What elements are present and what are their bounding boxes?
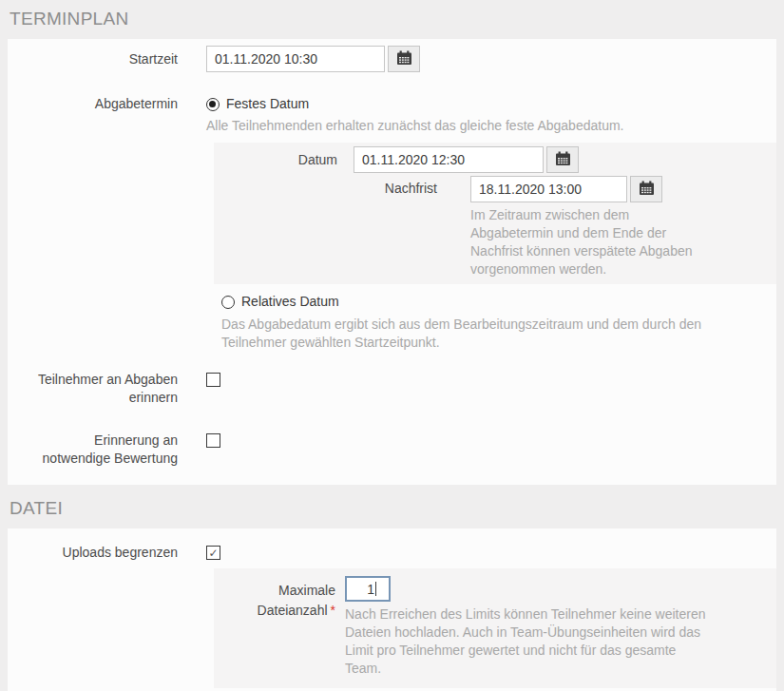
radio-festes-datum[interactable]: Festes Datum — [206, 95, 776, 113]
uploads-subform: Maximale Dateianzahl* 1 Nach Erreichen d… — [214, 568, 776, 688]
uploads-begrenzen-checkbox[interactable] — [206, 546, 220, 560]
nachfrist-row: Nachfrist — [223, 176, 776, 280]
erinnerung-bewertung-checkbox[interactable] — [206, 433, 220, 448]
startzeit-label: Startzeit — [26, 46, 178, 68]
teilnehmer-erinnern-row: Teilnehmer an Abgaben erinnern — [8, 371, 776, 407]
max-dateianzahl-label: Maximale Dateianzahl* — [223, 576, 335, 621]
abgabetermin-row: Abgabetermin Festes Datum Alle Teilnehme… — [8, 95, 776, 135]
uploads-begrenzen-label: Uploads begrenzen — [26, 544, 178, 562]
datei-panel: Uploads begrenzen Maximale Dateianzahl* … — [8, 528, 776, 691]
text-caret — [375, 582, 376, 596]
abgabetermin-label: Abgabetermin — [26, 95, 178, 113]
calendar-icon — [555, 151, 571, 169]
max-dateianzahl-row: Maximale Dateianzahl* 1 Nach Erreichen d… — [223, 576, 776, 678]
required-asterisk: * — [331, 603, 335, 618]
radio-festes-datum-label: Festes Datum — [226, 95, 309, 113]
section-title-terminplan: TERMINPLAN — [0, 0, 784, 39]
radio-relatives-datum-label: Relatives Datum — [241, 293, 339, 311]
festes-datum-help: Alle Teilnehmenden erhalten zunächst das… — [206, 117, 776, 135]
teilnehmer-erinnern-checkbox[interactable] — [206, 373, 220, 387]
erinnerung-bewertung-label: Erinnerung an notwendige Bewertung — [26, 432, 178, 468]
nachfrist-calendar-button[interactable] — [630, 176, 662, 202]
relatives-datum-block: Relatives Datum Das Abgabedatum ergibt s… — [221, 293, 776, 352]
datum-row: Datum — [223, 146, 776, 173]
radio-icon — [221, 296, 235, 309]
terminplan-panel: Startzeit — [8, 39, 776, 485]
nachfrist-input[interactable] — [470, 176, 627, 202]
section-title-datei: DATEI — [0, 485, 784, 528]
nachfrist-label: Nachfrist — [223, 176, 437, 196]
uploads-begrenzen-row: Uploads begrenzen — [8, 544, 776, 562]
max-dateianzahl-input[interactable]: 1 — [345, 576, 391, 602]
calendar-icon — [639, 181, 655, 199]
max-dateianzahl-help: Nach Erreichen des Limits können Teilneh… — [345, 605, 716, 678]
erinnerung-bewertung-row: Erinnerung an notwendige Bewertung — [8, 432, 776, 468]
datum-label: Datum — [223, 146, 337, 169]
nachfrist-help: Im Zeitraum zwischen dem Abgabetermin un… — [470, 206, 698, 280]
radio-relatives-datum[interactable]: Relatives Datum — [221, 293, 776, 311]
radio-icon — [206, 98, 220, 111]
datum-input[interactable] — [354, 146, 544, 173]
startzeit-row: Startzeit — [8, 46, 776, 72]
startzeit-input[interactable] — [206, 46, 385, 72]
teilnehmer-erinnern-label: Teilnehmer an Abgaben erinnern — [26, 371, 178, 407]
startzeit-calendar-button[interactable] — [388, 46, 420, 72]
relatives-datum-help: Das Abgabedatum ergibt sich aus dem Bear… — [221, 316, 735, 352]
calendar-icon — [396, 50, 412, 68]
max-dateianzahl-value: 1 — [367, 582, 374, 597]
datum-calendar-button[interactable] — [546, 146, 579, 173]
festes-datum-subform: Datum — [214, 143, 776, 284]
